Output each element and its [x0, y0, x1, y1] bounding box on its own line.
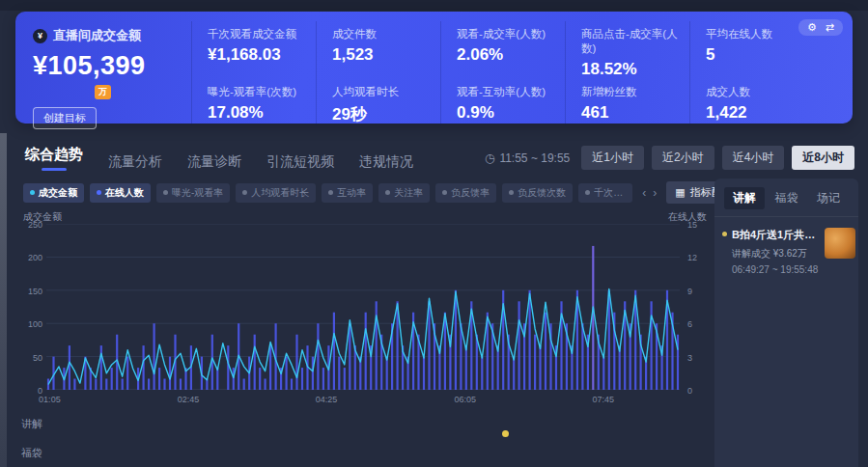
time-range: ◷ 11:55 ~ 19:55	[485, 151, 570, 165]
metric-value: 461	[581, 103, 689, 123]
chip-avg-watch-time[interactable]: 人均观看时长	[236, 183, 316, 203]
tab-label: 综合趋势	[25, 146, 83, 162]
metric-value: 1,422	[706, 103, 814, 123]
metric-label: 成交人数	[706, 85, 814, 99]
item-text-block: B拍4斤送1斤共35-4... 讲解成交 ¥3.62万 06:49:27 ~ 1…	[732, 228, 821, 275]
tab-overall-trend[interactable]: 综合趋势	[25, 146, 83, 171]
metric-value: 5	[706, 45, 814, 65]
series-dot-icon	[242, 190, 247, 195]
chip-label: 负反馈率	[451, 186, 490, 200]
metric-label: 曝光-观看率(次数)	[208, 85, 316, 99]
time-range-text: 11:55 ~ 19:55	[499, 151, 570, 165]
side-tab-explain[interactable]: 讲解	[724, 187, 765, 209]
timeline-row-label-luckybag: 福袋	[21, 446, 42, 460]
chip-next-icon[interactable]: ›	[653, 186, 657, 200]
range-button-8h[interactable]: 近8小时	[792, 146, 854, 170]
settings-gear-icon[interactable]: ⚙	[807, 21, 817, 34]
tab-short-video[interactable]: 引流短视频	[266, 153, 334, 171]
tab-violations[interactable]: 违规情况	[359, 153, 413, 171]
left-edge-strip	[0, 133, 7, 467]
range-button-4h[interactable]: 近4小时	[722, 146, 785, 170]
chip-exposure-view-rate[interactable]: 曝光-观看率	[156, 183, 230, 203]
tab-traffic-diagnosis[interactable]: 流量诊断	[187, 153, 241, 171]
metric-value: 2.06%	[457, 45, 565, 65]
metric-cell: 成交人数1,422	[689, 79, 814, 125]
chip-label: 互动率	[337, 186, 366, 200]
chip-negative-feedback-rate[interactable]: 负反馈率	[435, 183, 496, 203]
chip-follow-rate[interactable]: 关注率	[378, 183, 430, 203]
x-axis-ticks: 01:0502:4504:2506:0507:45	[46, 395, 680, 406]
series-dot-icon	[442, 190, 447, 195]
metric-cell: 人均观看时长29秒	[316, 79, 440, 125]
create-goal-button[interactable]: 创建目标	[33, 107, 97, 129]
chip-pagination: ‹ ›	[642, 186, 657, 200]
product-thumbnail	[825, 228, 855, 259]
x-tick-label: 01:05	[39, 395, 61, 404]
chip-label: 千次观看	[594, 186, 626, 200]
chip-label: 关注率	[394, 186, 423, 200]
series-dot-icon	[385, 190, 390, 195]
metric-cell: 千次观看成交金额¥1,168.03	[191, 21, 316, 79]
yen-circle-icon: ¥	[33, 29, 47, 43]
active-tab-underline	[42, 168, 67, 171]
right-tick-label: 15	[687, 220, 697, 230]
metric-value: 0.9%	[457, 103, 565, 123]
right-tick-label: 3	[687, 353, 692, 363]
chip-per-thousand-views[interactable]: 千次观看	[578, 183, 632, 203]
metric-value: ¥1,168.03	[208, 45, 316, 65]
series-dot-icon	[509, 190, 514, 195]
side-tab-notes[interactable]: 场记	[808, 187, 849, 209]
item-title: B拍4斤送1斤共35-4...	[732, 228, 821, 242]
left-tick-label: 250	[28, 220, 42, 230]
metric-value: 1,523	[332, 45, 440, 65]
metric-label: 人均观看时长	[332, 85, 440, 99]
x-tick-label: 04:25	[316, 395, 338, 404]
chip-gmv[interactable]: 成交金额	[23, 183, 84, 203]
item-deal-amount: 讲解成交 ¥3.62万	[732, 247, 821, 261]
trend-chart-plot[interactable]	[46, 224, 680, 390]
tab-label: 流量分析	[108, 153, 162, 169]
main-metric-value: ¥105,399	[33, 51, 191, 81]
side-tab-luckybag[interactable]: 福袋	[767, 187, 807, 209]
unit-badge: 万	[95, 85, 111, 99]
chip-interaction-rate[interactable]: 互动率	[322, 183, 373, 203]
chip-online-users[interactable]: 在线人数	[90, 183, 151, 203]
range-button-1h[interactable]: 近1小时	[581, 146, 644, 170]
side-panel-tab-bar: 讲解 福袋 场记	[714, 179, 858, 217]
tab-traffic-analysis[interactable]: 流量分析	[108, 153, 162, 171]
x-tick-label: 07:45	[592, 395, 614, 404]
metric-label: 成交件数	[332, 27, 440, 41]
left-tick-label: 50	[33, 353, 42, 363]
chip-prev-icon[interactable]: ‹	[642, 186, 646, 200]
tab-label: 流量诊断	[187, 153, 241, 169]
metric-label: 商品点击-成交率(人数)	[581, 27, 689, 56]
item-bullet-icon	[722, 232, 727, 236]
left-tick-label: 100	[28, 319, 42, 329]
chip-label: 负反馈次数	[518, 186, 566, 200]
metric-cell: 曝光-观看率(次数)17.08%	[191, 79, 316, 125]
swap-arrows-icon[interactable]: ⇄	[826, 21, 834, 34]
left-tick-label: 150	[28, 287, 42, 296]
metric-cell: 观看-成交率(人数)2.06%	[440, 21, 565, 79]
x-tick-label: 02:45	[178, 395, 200, 404]
main-metric-label: 直播间成交金额	[53, 27, 141, 44]
chip-negative-feedback-count[interactable]: 负反馈次数	[502, 183, 573, 203]
clock-icon: ◷	[485, 151, 494, 165]
series-dot-icon	[30, 190, 35, 195]
series-dot-icon	[163, 190, 168, 195]
x-tick-label: 06:05	[454, 395, 476, 404]
series-dot-icon	[328, 190, 333, 195]
main-metric-block: ¥ 直播间成交金额 ¥105,399 万 创建目标	[15, 12, 191, 124]
top-edge	[0, 0, 868, 11]
right-tick-label: 6	[687, 319, 692, 329]
range-button-2h[interactable]: 近2小时	[652, 146, 714, 170]
event-marker-dot[interactable]	[502, 430, 509, 437]
tab-label: 违规情况	[359, 153, 413, 169]
chip-label: 人均观看时长	[251, 186, 309, 200]
metric-label: 观看-成交率(人数)	[457, 27, 565, 41]
explain-list-item[interactable]: B拍4斤送1斤共35-4... 讲解成交 ¥3.62万 06:49:27 ~ 1…	[714, 217, 858, 275]
metric-value: 17.08%	[208, 103, 316, 123]
series-dot-icon	[585, 190, 590, 195]
metric-grid: 千次观看成交金额¥1,168.03 曝光-观看率(次数)17.08% 成交件数1…	[191, 12, 853, 124]
header-metrics-card: ¥ 直播间成交金额 ¥105,399 万 创建目标 千次观看成交金额¥1,168…	[15, 12, 853, 124]
